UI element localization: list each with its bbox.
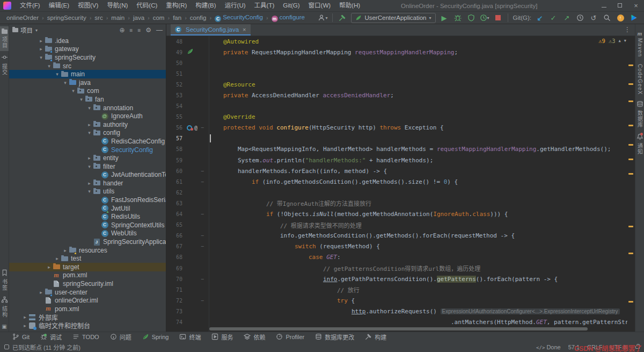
tree-chevron-icon[interactable]: ▸: [21, 314, 28, 320]
tree-chevron-icon[interactable]: ▾: [86, 189, 93, 194]
menu-item[interactable]: 帮助(H): [335, 0, 364, 11]
tool-window-button-hammer[interactable]: 构建: [360, 332, 391, 342]
tree-item[interactable]: ▸entity: [9, 154, 166, 162]
tree-item[interactable]: CRedisUtils: [9, 212, 166, 221]
inspections-widget[interactable]: ⚠9 ⚠3 ▲ ▼: [598, 38, 626, 44]
tool-window-button-bookmark[interactable]: 书签: [0, 267, 9, 293]
tree-item[interactable]: ▾filter: [9, 162, 166, 171]
tree-item[interactable]: JSpringSecurityApplication.java: [9, 238, 166, 246]
tree-chevron-icon[interactable]: ▸: [38, 46, 45, 52]
tree-item[interactable]: C▲JwtUtil: [9, 204, 166, 213]
tree-item[interactable]: ▾config: [9, 129, 166, 138]
tree-item[interactable]: ▾springSecurity: [9, 53, 166, 62]
search-everywhere-icon[interactable]: [602, 13, 612, 23]
warning-stripe-mark[interactable]: [628, 253, 633, 254]
code-editor[interactable]: 48@Autowired49private RequestMappingHand…: [166, 36, 635, 332]
stop-button[interactable]: [493, 13, 503, 23]
horizontal-scrollbar[interactable]: [209, 327, 588, 331]
tool-window-switcher-icon[interactable]: ▣: [2, 324, 6, 329]
tree-item[interactable]: CSpringContextUtils: [9, 221, 166, 229]
tool-window-button-layers[interactable]: 依赖: [239, 332, 270, 342]
tool-window-button-branch[interactable]: Git: [8, 332, 34, 342]
tree-chevron-icon[interactable]: ▸: [46, 264, 53, 270]
tree-item[interactable]: ▸临时文件和控制台: [9, 321, 166, 330]
warning-stripe-mark[interactable]: [628, 144, 633, 146]
tree-chevron-icon[interactable]: ▸: [38, 290, 45, 295]
tab-close-icon[interactable]: ×: [243, 26, 246, 33]
tree-item[interactable]: ▸authority: [9, 120, 166, 129]
tree-item[interactable]: mpom.xml: [9, 271, 166, 280]
minimize-button[interactable]: [596, 0, 612, 11]
run-with-coverage-button[interactable]: [466, 13, 476, 23]
ide-update-icon[interactable]: ↑: [616, 13, 625, 23]
git-push-icon[interactable]: ↗: [562, 13, 572, 23]
profiler-button[interactable]: ▾: [480, 13, 489, 23]
tree-item[interactable]: ▾utils: [9, 188, 166, 196]
tree-item[interactable]: onlineOrder.iml: [9, 296, 166, 305]
tree-chevron-icon[interactable]: ▸: [86, 122, 93, 127]
menu-item[interactable]: 窗口(W): [304, 0, 335, 11]
build-hammer-icon[interactable]: [338, 13, 347, 23]
tree-item[interactable]: ▸target: [9, 263, 166, 271]
hide-panel-icon[interactable]: —: [156, 26, 163, 34]
tool-window-button-bug[interactable]: 调试: [35, 332, 67, 342]
breadcrumb-item[interactable]: config: [189, 15, 208, 21]
menu-item[interactable]: 工具(T): [250, 0, 279, 11]
tool-window-button-maven[interactable]: mMaven: [635, 27, 644, 60]
prev-warning-icon[interactable]: ▲: [619, 39, 621, 43]
tree-chevron-icon[interactable]: ▸: [38, 38, 45, 44]
debug-button[interactable]: [453, 13, 463, 23]
tree-item[interactable]: ▸gateway: [9, 45, 166, 54]
menu-item[interactable]: 视图(V): [74, 0, 103, 11]
locate-file-icon[interactable]: ⊕: [119, 26, 125, 34]
tool-window-button-codegeex[interactable]: CodeGeeX: [635, 60, 644, 97]
breadcrumb-item[interactable]: fan: [172, 15, 182, 21]
tree-item[interactable]: springSecurity.iml: [9, 279, 166, 288]
warning-stripe-mark[interactable]: [628, 64, 633, 66]
tree-chevron-icon[interactable]: ▸: [86, 155, 93, 161]
user-account-icon[interactable]: ▾: [318, 13, 327, 23]
tree-item[interactable]: CRedisCacheConfig: [9, 137, 166, 146]
menu-item[interactable]: 代码(C): [132, 0, 162, 11]
breadcrumb-item[interactable]: onlineOrder: [5, 15, 40, 21]
tree-item[interactable]: ▸resources: [9, 246, 166, 255]
tool-window-button-list[interactable]: TODO: [68, 332, 104, 342]
fold-marker-icon[interactable]: −: [201, 298, 204, 304]
fold-marker-icon[interactable]: −: [201, 233, 204, 239]
tool-window-button-gauge[interactable]: Profiler: [271, 332, 309, 342]
menu-item[interactable]: 运行(U): [221, 0, 250, 11]
tree-chevron-icon[interactable]: ▾: [38, 55, 45, 60]
expand-all-icon[interactable]: ≡: [130, 27, 133, 33]
tool-window-button-info[interactable]: 问题: [105, 332, 136, 342]
tab-options-icon[interactable]: ⋮: [624, 26, 631, 33]
fold-marker-icon[interactable]: −: [201, 243, 204, 249]
tool-window-button-db[interactable]: 数据库: [635, 98, 644, 131]
menu-item[interactable]: 文件(F): [16, 0, 45, 11]
spring-bean-icon[interactable]: [187, 48, 194, 56]
tree-item[interactable]: CWebUtils: [9, 229, 166, 238]
tree-item[interactable]: CJwtAuthenticationTokenFilter: [9, 171, 166, 179]
tree-item[interactable]: ▾annotation: [9, 104, 166, 112]
tree-chevron-icon[interactable]: ▾: [78, 97, 85, 102]
panel-settings-icon[interactable]: ⚙: [145, 26, 151, 34]
menu-item[interactable]: 编辑(E): [45, 0, 74, 11]
tree-item[interactable]: ▸.idea: [9, 37, 166, 45]
fold-marker-icon[interactable]: −: [201, 211, 204, 217]
tool-window-button-leaf[interactable]: Spring: [137, 332, 174, 342]
tree-item[interactable]: ▾main: [9, 70, 166, 78]
tree-chevron-icon[interactable]: ▸: [86, 181, 93, 186]
close-button[interactable]: ×: [628, 0, 644, 11]
tree-chevron-icon[interactable]: ▸: [62, 248, 69, 253]
plugin-play-icon[interactable]: [629, 13, 639, 23]
tree-item[interactable]: ▸外部库: [9, 313, 166, 322]
tree-item[interactable]: CFastJsonRedisSerializer: [9, 196, 166, 204]
tree-item[interactable]: mpom.xml: [9, 305, 166, 313]
tool-window-button-terminal[interactable]: 终端: [174, 332, 206, 342]
warning-stripe-mark[interactable]: [628, 125, 633, 126]
rollback-icon[interactable]: ↺: [589, 13, 598, 23]
breadcrumb-item[interactable]: mconfigure: [270, 14, 306, 22]
tree-chevron-icon[interactable]: ▸: [21, 323, 28, 328]
breadcrumb-item[interactable]: main: [110, 15, 126, 21]
menu-item[interactable]: 导航(N): [103, 0, 132, 11]
tree-item[interactable]: ▾java: [9, 78, 166, 87]
